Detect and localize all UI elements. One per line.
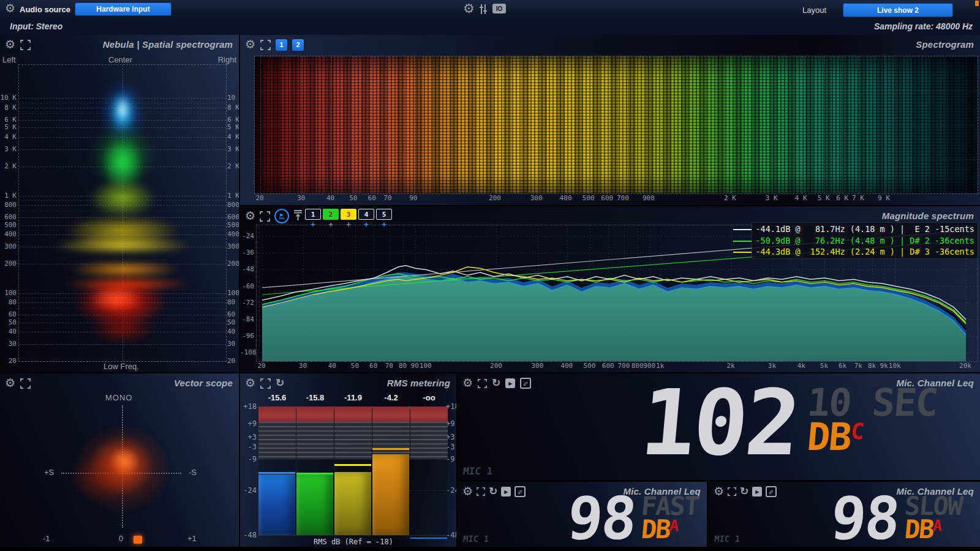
spectrogram-tab-2[interactable]: 2	[292, 39, 304, 51]
spectrogram-panel: ⚙ 1 2 Spectrogram 2030405060709020030040…	[240, 35, 980, 205]
leq-weighting: A	[932, 519, 941, 532]
freq-tick-label: 80	[0, 298, 17, 306]
spatial-energy-blobs	[19, 65, 226, 361]
hardware-input-button[interactable]: Hardware input	[75, 2, 172, 16]
audio-source-gear-icon[interactable]: ⚙	[5, 3, 15, 14]
edit-icon[interactable]: ✎	[520, 378, 531, 389]
magnitude-tab-5[interactable]: 5	[376, 209, 392, 220]
magnitude-tab-3[interactable]: 3	[341, 209, 356, 220]
sliders-icon[interactable]	[479, 3, 490, 18]
magnitude-tab-1[interactable]: 1	[305, 209, 321, 220]
panel-title: Spectrogram	[916, 39, 974, 50]
edit-icon[interactable]: ✎	[514, 486, 526, 497]
x-tick-label: 40	[326, 194, 334, 202]
x-tick-label: 60	[369, 362, 377, 370]
x-tick-label: 60	[368, 194, 376, 202]
gear-icon[interactable]: ⚙	[714, 486, 724, 497]
freq-tick-label: 50	[0, 318, 17, 326]
fullscreen-icon[interactable]	[260, 211, 270, 222]
magnitude-spectrum-panel: ⚙ ▶live 1+2+3+4+5+ Magnitude spectrum -2…	[240, 206, 980, 372]
cursor-readout-row: -50.9dB @ 76.2Hz (4.48 m ) | D# 2 -36cen…	[755, 235, 974, 247]
freq-tick-label: 2 K	[0, 162, 17, 170]
edit-icon[interactable]: ✎	[766, 486, 777, 497]
balance-marker	[134, 536, 142, 544]
fullscreen-icon[interactable]	[260, 40, 271, 50]
freq-tick-label: 3 K	[227, 145, 239, 153]
cursor-readout-row: -44.3dB @ 152.4Hz (2.24 m ) | D# 3 -36ce…	[755, 246, 974, 258]
gear-icon[interactable]: ⚙	[5, 39, 15, 50]
freq-gridline	[19, 225, 226, 226]
freq-tick-label: 20	[0, 357, 17, 365]
gear-icon[interactable]: ⚙	[462, 378, 473, 389]
rms-meter-column	[258, 407, 296, 535]
rms-value-label: -15.6	[268, 393, 287, 402]
magnitude-tab-4[interactable]: 4	[358, 209, 374, 220]
rms-metering-panel: ⚙ ↻ RMS metering +18+18+9+9+3+3-3-3-9-9-…	[240, 373, 456, 547]
reset-icon[interactable]: ↻	[492, 378, 500, 389]
freq-gridline	[19, 149, 226, 150]
freq-gridline	[19, 167, 226, 167]
x-tick-label: 100	[420, 362, 432, 370]
freq-tick-label: 4 K	[227, 133, 239, 141]
leq-mode: FAST	[640, 495, 699, 517]
spectrogram-plot[interactable]	[254, 56, 978, 194]
channel-label: MIC 1	[714, 534, 741, 544]
caution-zone	[296, 422, 334, 459]
x-tick-label: 900	[643, 362, 655, 370]
fullscreen-icon[interactable]	[20, 40, 31, 50]
input-status: Input: Stereo	[10, 21, 62, 31]
peak-hold-icon[interactable]	[293, 209, 303, 223]
io-icon[interactable]: IO	[492, 4, 506, 13]
overload-zone	[258, 407, 296, 422]
rms-meter-column	[334, 407, 372, 535]
rms-meter-bar	[334, 472, 371, 535]
fullscreen-icon[interactable]	[477, 487, 485, 496]
freq-gridline-minor	[19, 308, 226, 309]
freq-tick-label: 200	[227, 260, 239, 268]
freq-tick-label: 2 K	[227, 162, 239, 170]
cursor-readout-row: -44.1dB @ 81.7Hz (4.18 m ) | E 2 -15cent…	[755, 223, 974, 235]
gear-icon[interactable]: ⚙	[245, 39, 255, 50]
gear-icon[interactable]: ⚙	[245, 211, 255, 222]
freq-tick-label: 50	[227, 318, 235, 326]
freq-tick-label: 6 K	[227, 116, 239, 124]
rms-meter-column	[296, 407, 334, 535]
freq-tick-label: 200	[0, 260, 17, 268]
freq-tick-label: 4 K	[0, 133, 17, 141]
mic-channel-leq-slow-panel: ⚙ ↻ ▶ ✎ Mic. Channel Leq 98 SLOW DBA MIC…	[709, 482, 980, 547]
readout-connector-line	[733, 241, 752, 242]
settings-gear-icon[interactable]: ⚙	[463, 3, 475, 14]
freq-tick-label: 1 K	[227, 192, 239, 200]
reset-icon[interactable]: ↻	[489, 486, 497, 497]
reset-icon[interactable]: ↻	[740, 486, 748, 497]
spatial-spectrogram-plot[interactable]	[18, 64, 227, 362]
db-scale-label: -9	[241, 455, 257, 463]
live-show-button[interactable]: Live show 2	[843, 3, 953, 17]
readout-connector-line	[733, 229, 752, 230]
leq-mode: SLOW	[903, 495, 962, 517]
live-play-icon[interactable]: ▶live	[274, 209, 289, 223]
x-tick-label: 1k	[656, 362, 664, 370]
play-icon[interactable]: ▶	[752, 487, 762, 497]
freq-tick-label: 5 K	[0, 123, 17, 131]
rms-peak-indicator	[258, 472, 295, 474]
x-tick-label: 30	[297, 194, 305, 202]
gear-icon[interactable]: ⚙	[462, 486, 473, 497]
freq-tick-label: 400	[227, 230, 239, 238]
x-tick-label: 50	[351, 362, 359, 370]
freq-tick-label: 60	[0, 310, 17, 318]
leq-value: 102	[638, 387, 801, 459]
fullscreen-icon[interactable]	[728, 487, 736, 496]
freq-gridline-minor	[19, 103, 226, 103]
magnitude-tab-2[interactable]: 2	[323, 209, 339, 220]
play-icon[interactable]: ▶	[501, 487, 511, 497]
freq-tick-label: 100	[0, 289, 17, 297]
cursor-readout-box: -44.1dB @ 81.7Hz (4.18 m ) | E 2 -15cent…	[752, 222, 978, 259]
spectrogram-tab-1[interactable]: 1	[276, 39, 287, 51]
freq-gridline	[19, 234, 226, 235]
fullscreen-icon[interactable]	[478, 379, 487, 388]
x-tick-label: 20	[255, 194, 263, 202]
freq-tick-label: 20	[227, 357, 235, 365]
x-tick-label: 4 K	[795, 194, 807, 202]
play-icon[interactable]: ▶	[505, 378, 515, 388]
